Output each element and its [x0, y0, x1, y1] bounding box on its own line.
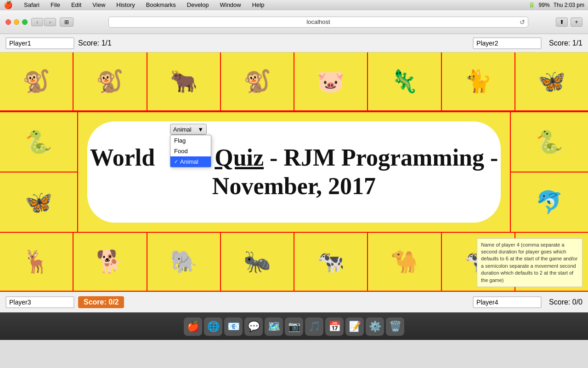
- board-left-col: 🐍 🦋: [0, 112, 78, 232]
- reload-button[interactable]: ↺: [520, 18, 525, 26]
- dock-icon-photos[interactable]: 📷: [285, 317, 303, 336]
- close-button[interactable]: [6, 19, 11, 25]
- dropdown-menu: Flag Food ✓ Animal: [170, 135, 211, 167]
- cell-bot-5[interactable]: 🐪: [368, 233, 441, 292]
- player1-score: Score: 1/1: [78, 39, 112, 47]
- share-button[interactable]: ⬆: [556, 17, 568, 27]
- flag-option-label: Flag: [174, 137, 186, 144]
- tooltip-text: Name of player 4 (comma separate a secon…: [481, 242, 577, 283]
- menu-bar: 🍎 Safari File Edit View History Bookmark…: [0, 0, 588, 10]
- cell-bot-0[interactable]: 🦌: [0, 233, 74, 292]
- dock-icon-itunes[interactable]: 🎵: [305, 317, 323, 336]
- title-rjm: - RJM Programming -: [270, 144, 498, 171]
- category-dropdown[interactable]: Animal ▼ Flag Food ✓ Animal: [170, 124, 207, 135]
- player3-score: Score: 0/2: [78, 296, 124, 308]
- player4-input[interactable]: [473, 296, 542, 308]
- dock-icon-notes[interactable]: 📝: [345, 317, 364, 336]
- cell-right-0[interactable]: 🐍: [511, 112, 588, 172]
- menu-bookmarks[interactable]: Bookmarks: [144, 1, 178, 8]
- dropdown-trigger[interactable]: Animal ▼: [170, 124, 207, 135]
- title-world: World: [90, 144, 155, 171]
- new-tab-button[interactable]: +: [571, 17, 582, 27]
- dock: 🍎 🌐 📧 💬 🗺️ 📷 🎵 📅 📝 ⚙️ 🗑️: [0, 312, 588, 340]
- toolbar-right: ⬆ +: [556, 17, 582, 27]
- dock-icon-calendar[interactable]: 📅: [325, 317, 344, 336]
- clock: Thu 2:03 pm: [554, 2, 584, 8]
- minimize-button[interactable]: [14, 19, 19, 25]
- board-top-row: 🐒 🐒 🐂 🐒 🐷 🦎 🐈 🦋: [0, 52, 588, 112]
- menu-edit[interactable]: Edit: [69, 1, 83, 8]
- score-bar-bottom: Score: 0/2 Score: 0/0: [0, 292, 588, 312]
- title-bar: ‹ › ⊞ localhost ↺ ⬆ +: [0, 10, 588, 34]
- apple-menu-icon[interactable]: 🍎: [4, 0, 13, 9]
- tooltip-box: Name of player 4 (comma separate a secon…: [477, 238, 582, 287]
- game-area: 🐒 🐒 🐂 🐒 🐷 🦎 🐈 🦋 🐍 🦋 World Quiz - RJM Pro…: [0, 52, 588, 292]
- player2-input[interactable]: [473, 37, 542, 49]
- menu-file[interactable]: File: [49, 1, 62, 8]
- dock-icon-maps[interactable]: 🗺️: [265, 317, 283, 336]
- dropdown-value: Animal: [173, 126, 192, 133]
- cell-top-3[interactable]: 🐒: [221, 52, 294, 111]
- cell-top-6[interactable]: 🐈: [442, 52, 515, 111]
- battery-icon: 🔋: [528, 2, 535, 8]
- battery-level: 99%: [539, 2, 550, 8]
- cell-top-4[interactable]: 🐷: [294, 52, 368, 111]
- menu-view[interactable]: View: [90, 1, 107, 8]
- cell-bot-4[interactable]: 🐄: [294, 233, 368, 292]
- animal-option-label: Animal: [180, 158, 198, 165]
- check-icon: ✓: [174, 159, 178, 165]
- cell-bot-2[interactable]: 🐘: [147, 233, 221, 292]
- cell-top-2[interactable]: 🐂: [147, 52, 221, 111]
- player1-input[interactable]: [6, 37, 74, 49]
- score-bar-top: Score: 1/1 Score: 1/1: [0, 34, 588, 52]
- menu-window[interactable]: Window: [218, 1, 243, 8]
- forward-button[interactable]: ›: [44, 18, 56, 26]
- cell-top-5[interactable]: 🦎: [368, 52, 441, 111]
- sidebar-toggle[interactable]: ⊞: [60, 17, 74, 27]
- url-text: localhost: [306, 18, 330, 25]
- window-controls: [6, 19, 28, 25]
- dropdown-option-flag[interactable]: Flag: [170, 135, 211, 146]
- menu-safari[interactable]: Safari: [22, 1, 41, 8]
- title-quiz: Quiz: [215, 144, 264, 171]
- dock-icon-finder[interactable]: 🍎: [184, 317, 202, 336]
- nav-buttons: ‹ ›: [31, 18, 56, 26]
- menubar-status: 🔋 99% Thu 2:03 pm: [528, 2, 584, 8]
- player3-input[interactable]: [6, 296, 74, 308]
- cell-bot-3[interactable]: 🐜: [221, 233, 294, 292]
- maximize-button[interactable]: [22, 19, 28, 25]
- player4-score: Score: 0/0: [549, 298, 582, 306]
- cell-left-0[interactable]: 🐍: [0, 112, 77, 172]
- player4-area: Score: 0/0: [473, 296, 582, 308]
- cell-top-7[interactable]: 🦋: [515, 52, 588, 111]
- cell-left-1[interactable]: 🦋: [0, 172, 77, 232]
- dock-icon-settings[interactable]: ⚙️: [366, 317, 384, 336]
- title-box: World Quiz - RJM Programming - November,…: [87, 121, 501, 223]
- cell-bot-1[interactable]: 🐕: [74, 233, 147, 292]
- cell-top-0[interactable]: 🐒: [0, 52, 74, 111]
- dock-icon-mail[interactable]: 📧: [224, 317, 243, 336]
- board-middle: 🐍 🦋 World Quiz - RJM Programming - Novem…: [0, 112, 588, 232]
- title-date: November, 2017: [212, 173, 376, 199]
- board-right-col: 🐍 🐬: [510, 112, 588, 232]
- menu-develop[interactable]: Develop: [185, 1, 211, 8]
- dock-icon-messages[interactable]: 💬: [244, 317, 263, 336]
- player2-area: Score: 1/1: [473, 37, 582, 49]
- food-option-label: Food: [174, 148, 188, 155]
- dropdown-option-food[interactable]: Food: [170, 146, 211, 156]
- menu-history[interactable]: History: [114, 1, 136, 8]
- dock-icon-safari[interactable]: 🌐: [204, 317, 222, 336]
- url-bar[interactable]: localhost ↺: [108, 17, 528, 28]
- cell-top-1[interactable]: 🐒: [74, 52, 147, 111]
- back-button[interactable]: ‹: [31, 18, 43, 26]
- dock-icon-trash[interactable]: 🗑️: [386, 317, 404, 336]
- board-center: World Quiz - RJM Programming - November,…: [78, 112, 510, 232]
- game-title: World Quiz - RJM Programming - November,…: [90, 144, 498, 201]
- dropdown-option-animal[interactable]: ✓ Animal: [170, 156, 211, 167]
- menu-help[interactable]: Help: [250, 1, 266, 8]
- dropdown-arrow-icon: ▼: [198, 126, 204, 133]
- player2-score: Score: 1/1: [549, 39, 582, 47]
- cell-right-1[interactable]: 🐬: [511, 172, 588, 232]
